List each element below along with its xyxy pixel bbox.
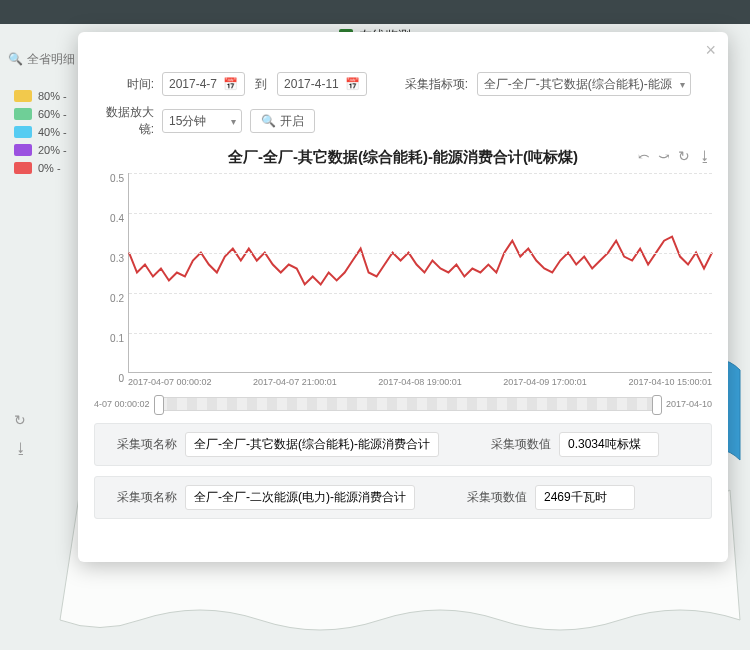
chart-toolbar: ⤺ ⤻ ↻ ⭳ [638, 148, 712, 164]
legend-label: 20% - [38, 144, 67, 156]
summary-row: 采集项名称全厂-全厂-其它数据(综合能耗)-能源消费合计采集项数值0.3034吨… [94, 423, 712, 466]
gridline [129, 173, 712, 174]
legend-label: 80% - [38, 90, 67, 102]
legend-swatch [14, 126, 32, 138]
x-tick: 2017-04-07 21:00:01 [253, 377, 337, 387]
slider-right-label: 2017-04-10 [666, 399, 712, 409]
summary-value-label: 采集项数值 [455, 489, 527, 506]
y-tick: 0.4 [110, 213, 124, 224]
y-tick: 0.2 [110, 293, 124, 304]
y-tick: 0 [118, 373, 124, 384]
map-legend: 80% -60% -40% -20% -0% - [14, 90, 67, 174]
legend-row: 20% - [14, 144, 67, 156]
legend-label: 0% - [38, 162, 61, 174]
window-titlebar [0, 0, 750, 24]
x-tick: 2017-04-07 00:00:02 [128, 377, 212, 387]
summary-value-value: 2469千瓦时 [535, 485, 635, 510]
chart-plot [128, 173, 712, 373]
legend-row: 40% - [14, 126, 67, 138]
chart-x-axis: 2017-04-07 00:00:022017-04-07 21:00:0120… [128, 377, 712, 387]
summary-row: 采集项名称全厂-全厂-二次能源(电力)-能源消费合计采集项数值2469千瓦时 [94, 476, 712, 519]
y-tick: 0.3 [110, 253, 124, 264]
left-toolbar: ↻ ⭳ [14, 412, 28, 456]
tool-refresh-icon[interactable]: ↻ [678, 148, 690, 164]
time-label: 时间: [94, 76, 154, 93]
refresh-icon[interactable]: ↻ [14, 412, 28, 428]
legend-row: 0% - [14, 162, 67, 174]
metric-label: 采集指标项: [405, 76, 469, 93]
search-icon: 🔍 [8, 52, 23, 66]
date-to-input[interactable]: 2017-4-11 📅 [277, 72, 367, 96]
x-tick: 2017-04-09 17:00:01 [503, 377, 587, 387]
chart-title-row: 全厂-全厂-其它数据(综合能耗)-能源消费合计(吨标煤) ⤺ ⤻ ↻ ⭳ [94, 148, 712, 167]
legend-swatch [14, 108, 32, 120]
y-tick: 0.1 [110, 333, 124, 344]
download-icon[interactable]: ⭳ [14, 440, 28, 456]
calendar-icon: 📅 [345, 77, 360, 91]
close-icon[interactable]: × [705, 40, 716, 61]
summary-name-label: 采集项名称 [105, 436, 177, 453]
gridline [129, 333, 712, 334]
summary-value-value: 0.3034吨标煤 [559, 432, 659, 457]
legend-row: 80% - [14, 90, 67, 102]
legend-swatch [14, 144, 32, 156]
slider-track[interactable] [156, 397, 660, 411]
summary-value-label: 采集项数值 [479, 436, 551, 453]
summary-name-label: 采集项名称 [105, 489, 177, 506]
to-label: 到 [255, 76, 267, 93]
metric-select[interactable]: 全厂-全厂-其它数据(综合能耗)-能源 [477, 72, 691, 96]
legend-label: 40% - [38, 126, 67, 138]
summary-table: 采集项名称全厂-全厂-其它数据(综合能耗)-能源消费合计采集项数值0.3034吨… [94, 423, 712, 519]
chart-area: 00.10.20.30.40.5 [94, 173, 712, 373]
y-tick: 0.5 [110, 173, 124, 184]
open-button[interactable]: 🔍 开启 [250, 109, 315, 133]
slider-left-label: 4-07 00:00:02 [94, 399, 150, 409]
chart-y-axis: 00.10.20.30.40.5 [94, 173, 128, 373]
gridline [129, 213, 712, 214]
legend-swatch [14, 162, 32, 174]
tool-download-icon[interactable]: ⭳ [698, 148, 712, 164]
tool-forward-icon[interactable]: ⤻ [658, 148, 670, 164]
chart-modal: × 时间: 2017-4-7 📅 到 2017-4-11 📅 采集指标项: 全厂… [78, 32, 728, 562]
legend-row: 60% - [14, 108, 67, 120]
x-tick: 2017-04-10 15:00:01 [628, 377, 712, 387]
zoom-label: 数据放大镜: [94, 104, 154, 138]
range-slider: 4-07 00:00:02 2017-04-10 [94, 397, 712, 411]
date-from-input[interactable]: 2017-4-7 📅 [162, 72, 245, 96]
slider-handle-right[interactable] [652, 395, 662, 415]
slider-handle-left[interactable] [154, 395, 164, 415]
calendar-icon: 📅 [223, 77, 238, 91]
summary-name-value: 全厂-全厂-二次能源(电力)-能源消费合计 [185, 485, 415, 510]
tool-back-icon[interactable]: ⤺ [638, 148, 650, 164]
search-icon: 🔍 [261, 114, 276, 128]
gridline [129, 293, 712, 294]
chart-line [129, 173, 712, 372]
legend-label: 60% - [38, 108, 67, 120]
chart-title: 全厂-全厂-其它数据(综合能耗)-能源消费合计(吨标煤) [228, 148, 578, 167]
legend-swatch [14, 90, 32, 102]
gridline [129, 253, 712, 254]
summary-name-value: 全厂-全厂-其它数据(综合能耗)-能源消费合计 [185, 432, 439, 457]
zoom-select[interactable]: 15分钟 [162, 109, 242, 133]
controls: 时间: 2017-4-7 📅 到 2017-4-11 📅 采集指标项: 全厂-全… [94, 72, 712, 138]
series-line [129, 237, 712, 285]
x-tick: 2017-04-08 19:00:01 [378, 377, 462, 387]
